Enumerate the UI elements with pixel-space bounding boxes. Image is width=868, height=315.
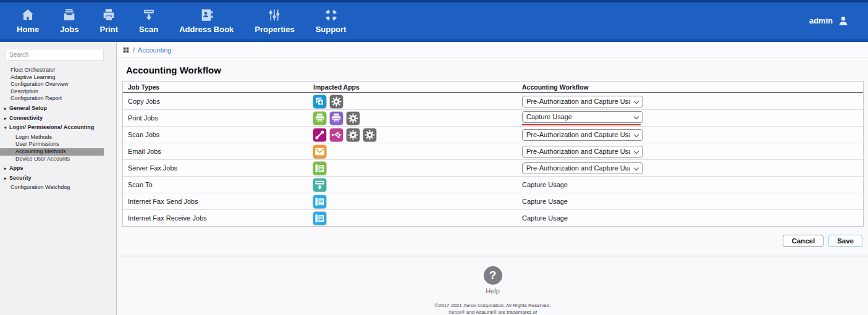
nav-support[interactable]: Support <box>305 7 357 34</box>
action-bar: Cancel Save <box>117 235 862 247</box>
nav-jobs[interactable]: Jobs <box>49 7 89 34</box>
internet-fax-icon <box>313 195 326 208</box>
job-type-label: Email Jobs <box>123 148 308 155</box>
help-icon[interactable]: ? <box>484 266 502 285</box>
sidebar-item-device-user-accounts[interactable]: Device User Accounts <box>0 156 104 163</box>
sidebar-item-configuration-overview[interactable]: Configuration Overview <box>0 81 104 88</box>
accounting-workflow-select-server-fax[interactable]: Pre-Authorization and Capture Usage <box>522 162 643 174</box>
life-ring-icon <box>322 7 340 23</box>
accounting-workflow-select-email[interactable]: Pre-Authorization and Capture Usage <box>522 146 643 158</box>
table-row-copy-jobs: Copy Jobs Pre-Authorization and Capture … <box>123 93 863 109</box>
nav-scan-label: Scan <box>139 25 158 34</box>
user-icon <box>837 15 849 27</box>
page-title: Accounting Workflow <box>126 65 868 75</box>
gear-icon <box>363 128 376 141</box>
table-row-scan-jobs: Scan Jobs Pre-Authorization and Capture … <box>123 126 863 143</box>
nav-support-label: Support <box>316 25 347 34</box>
table-row-internet-fax-send-jobs: Internet Fax Send Jobs Capture Usage <box>123 193 863 209</box>
search-input[interactable] <box>5 49 104 61</box>
server-fax-icon <box>313 162 326 175</box>
nav-home-label: Home <box>17 25 39 34</box>
sidebar: Fleet Orchestrator Adaptive Learning Con… <box>0 42 117 315</box>
breadcrumb: / Accounting <box>117 42 868 58</box>
accounting-workflow-select-scan[interactable]: Pre-Authorization and Capture Usage <box>522 129 643 141</box>
accounting-workflow-select-copy[interactable]: Pre-Authorization and Capture Usage <box>522 96 643 107</box>
nav-print-label: Print <box>99 25 118 34</box>
chevron-right-icon: ▸ <box>4 165 9 172</box>
job-type-label: Scan To <box>123 181 308 188</box>
help-label: Help <box>117 287 868 295</box>
job-type-label: Server Fax Jobs <box>123 164 308 172</box>
sidebar-section-connectivity[interactable]: ▸Connectivity <box>0 115 104 122</box>
workflow-link-icon <box>313 128 326 141</box>
accounting-workflow-select-print[interactable]: Capture Usage <box>522 111 643 123</box>
nav-print[interactable]: Print <box>89 7 129 34</box>
sidebar-section-apps[interactable]: ▸Apps <box>0 165 104 172</box>
sliders-icon <box>266 7 283 23</box>
nav-address-book[interactable]: Address Book <box>169 7 244 34</box>
sidebar-section-security[interactable]: ▸Security <box>0 175 104 182</box>
scan-icon <box>140 7 158 23</box>
user-name: admin <box>809 16 833 25</box>
breadcrumb-separator: / <box>133 46 135 54</box>
jobs-icon <box>61 7 78 23</box>
nav-home[interactable]: Home <box>6 7 49 34</box>
grid-icon <box>122 46 130 54</box>
breadcrumb-accounting-link[interactable]: Accounting <box>138 46 171 54</box>
sidebar-item-user-permissions[interactable]: User Permissions <box>0 141 104 148</box>
nav-jobs-label: Jobs <box>60 25 78 34</box>
copyright-line1: ©2017-2021 Xerox Corporation. All Rights… <box>117 303 868 309</box>
main-content: / Accounting Accounting Workflow Job Typ… <box>117 42 868 315</box>
sidebar-section-general-setup[interactable]: ▸General Setup <box>0 105 104 112</box>
sidebar-item-configuration-report[interactable]: Configuration Report <box>0 95 104 103</box>
internet-fax-icon <box>313 212 326 225</box>
accounting-workflow-table: Job Types Impacted Apps Accounting Workf… <box>122 81 864 227</box>
job-type-label: Internet Fax Receive Jobs <box>123 214 308 222</box>
printer-icon <box>100 7 117 23</box>
sidebar-item-accounting-methods[interactable]: Accounting Methods <box>0 148 104 156</box>
sidebar-item-configuration-watchdog[interactable]: Configuration Watchdog <box>0 184 104 191</box>
home-icon <box>19 7 36 23</box>
copy-icon <box>313 95 326 108</box>
sidebar-item-description[interactable]: Description <box>0 88 104 96</box>
chevron-right-icon: ▸ <box>4 175 9 182</box>
sidebar-item-fleet-orchestrator[interactable]: Fleet Orchestrator <box>0 67 104 74</box>
nav-scan[interactable]: Scan <box>129 7 169 34</box>
job-type-label: Scan Jobs <box>123 131 308 138</box>
chevron-down-icon: ▾ <box>4 124 9 132</box>
col-header-accounting-workflow: Accounting Workflow <box>517 83 863 91</box>
address-book-icon <box>198 7 215 23</box>
sidebar-item-adaptive-learning[interactable]: Adaptive Learning <box>0 74 104 82</box>
sidebar-item-login-methods[interactable]: Login Methods <box>0 134 104 141</box>
job-type-label: Print Jobs <box>123 114 308 122</box>
job-type-label: Copy Jobs <box>123 98 308 105</box>
gear-icon <box>347 112 360 125</box>
cancel-button[interactable]: Cancel <box>783 235 824 247</box>
sidebar-section-login-permissions-accounting[interactable]: ▾Login/ Permissions/ Accounting <box>0 124 104 132</box>
table-row-print-jobs: Print Jobs Capture Usage <box>123 109 863 126</box>
accounting-workflow-value: Capture Usage <box>522 214 863 222</box>
table-header-row: Job Types Impacted Apps Accounting Workf… <box>123 82 863 93</box>
col-header-job-types: Job Types <box>123 83 308 91</box>
changed-indicator <box>522 124 641 125</box>
nav-address-book-label: Address Book <box>179 25 234 34</box>
gear-icon <box>347 128 360 141</box>
page-footer: ? Help ©2017-2021 Xerox Corporation. All… <box>117 256 868 315</box>
accounting-workflow-value: Capture Usage <box>522 181 863 188</box>
nav-properties-label: Properties <box>255 25 294 34</box>
table-row-internet-fax-receive-jobs: Internet Fax Receive Jobs Capture Usage <box>123 209 863 226</box>
chevron-right-icon: ▸ <box>4 105 9 112</box>
nav-properties[interactable]: Properties <box>244 7 305 34</box>
copyright-line2: Xerox® and AltaLink® are trademarks of <box>117 309 868 315</box>
col-header-impacted-apps: Impacted Apps <box>308 83 517 91</box>
table-row-email-jobs: Email Jobs Pre-Authorization and Capture… <box>123 143 863 159</box>
user-menu[interactable]: admin <box>809 15 868 27</box>
email-icon <box>313 145 326 158</box>
top-nav: Home Jobs Print Scan Address Book Proper… <box>0 0 868 42</box>
chevron-right-icon: ▸ <box>4 115 9 122</box>
scan-to-icon <box>313 178 326 191</box>
usb-icon <box>330 128 343 141</box>
table-row-server-fax-jobs: Server Fax Jobs Pre-Authorization and Ca… <box>123 159 863 176</box>
save-button[interactable]: Save <box>828 235 862 247</box>
gear-icon <box>330 95 343 108</box>
